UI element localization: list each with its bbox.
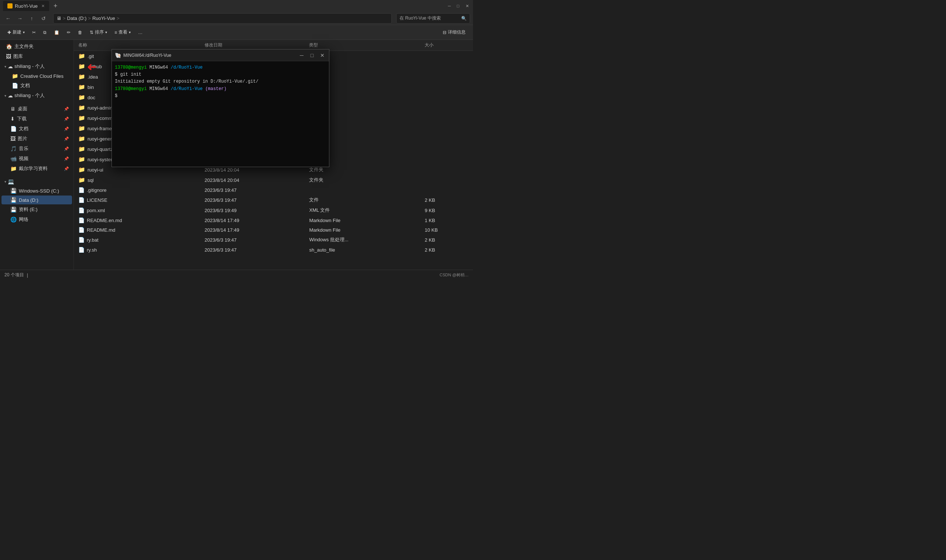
- sidebar-cloud-group2[interactable]: ▾ ☁ shiliang - 个人: [2, 91, 72, 100]
- search-bar[interactable]: 在 RuoYi-Vue 中搜索 🔍: [396, 13, 470, 24]
- sort-label: 排序: [95, 29, 104, 35]
- chevron-down-icon: ▾: [5, 65, 6, 69]
- file-size: [420, 103, 473, 113]
- file-size: 9 KB: [420, 205, 473, 215]
- table-row[interactable]: 📄 README.en.md 2023/8/14 17:49 Markdown …: [74, 215, 473, 225]
- term-user-4: 13780@mengyi: [115, 86, 147, 91]
- sidebar-item-pictures[interactable]: 🖼 图片 📌: [2, 134, 72, 143]
- close-window-button[interactable]: ✕: [466, 4, 470, 8]
- file-modified: 2023/8/14 17:49: [200, 215, 305, 225]
- terminal-line-1: 13780@mengyi MINGw64 /d/RuoYi-Vue: [115, 64, 326, 71]
- terminal-line-5: $: [115, 92, 326, 100]
- sidebar-item-creative-cloud[interactable]: 📁 Creative Cloud Files: [2, 72, 72, 80]
- new-button[interactable]: ✚ 新建 ▾: [5, 28, 28, 37]
- sidebar-item-network[interactable]: 🌐 网络: [2, 215, 72, 224]
- view-button[interactable]: ≡ 查看 ▾: [111, 28, 134, 37]
- rename-icon: ✏: [67, 30, 71, 35]
- terminal-title-text: MINGW64:/d/RuoYi-Vue: [123, 53, 171, 58]
- tab-ruoyi-vue[interactable]: RuoYi-Vue ✕: [3, 1, 49, 11]
- file-name-cell: 📄 LICENSE: [74, 195, 200, 205]
- terminal-line-3: Initialized empty Git repository in D:/R…: [115, 78, 326, 85]
- delete-icon: 🗑: [78, 30, 82, 35]
- sidebar-item-docs[interactable]: 📄 文档: [2, 81, 72, 91]
- videos-icon: 📹: [10, 156, 17, 162]
- file-icon: 📁: [78, 166, 85, 173]
- file-icon: 📁: [78, 146, 85, 152]
- minimize-button[interactable]: ─: [448, 4, 452, 8]
- cloud-group-label: shiliang - 个人: [14, 63, 45, 70]
- file-size: [420, 51, 473, 62]
- sidebar-item-videos[interactable]: 📹 视频 📌: [2, 154, 72, 163]
- sidebar-item-music[interactable]: 🎵 音乐 📌: [2, 144, 72, 154]
- file-icon: 📁: [78, 94, 85, 101]
- title-bar: RuoYi-Vue ✕ + ─ □ ✕: [0, 0, 473, 12]
- tab-label: RuoYi-Vue: [15, 3, 38, 9]
- more-button[interactable]: …: [135, 28, 145, 37]
- sidebar-item-e-drive[interactable]: 💾 资料 (E:): [2, 205, 72, 214]
- terminal-line-4: 13780@mengyi MINGw64 /d/RuoYi-Vue (maste…: [115, 86, 326, 92]
- paste-button[interactable]: 📋: [51, 28, 62, 37]
- back-button[interactable]: ←: [3, 13, 13, 24]
- file-name-cell: 📄 README.md: [74, 225, 200, 235]
- new-tab-button[interactable]: +: [54, 2, 58, 10]
- file-name: .gitignore: [87, 188, 106, 193]
- terminal-close-button[interactable]: ✕: [319, 52, 326, 59]
- sidebar-item-dell[interactable]: 📁 戴尔学习资料 📌: [2, 164, 72, 173]
- file-size: 2 KB: [420, 245, 473, 255]
- table-row[interactable]: 📄 .gitignore 2023/6/3 19:47: [74, 185, 473, 195]
- file-modified: 2023/8/14 17:49: [200, 225, 305, 235]
- sidebar-item-desktop[interactable]: 🖥 桌面 📌: [2, 104, 72, 114]
- file-type: XML 文件: [305, 205, 420, 215]
- sidebar-this-pc[interactable]: ▾ 💻: [2, 177, 72, 186]
- table-row[interactable]: 📄 README.md 2023/8/14 17:49 Markdown Fil…: [74, 225, 473, 235]
- file-icon: 📁: [78, 135, 85, 142]
- new-chevron: ▾: [23, 30, 25, 34]
- file-name: bin: [88, 85, 94, 90]
- sidebar-item-d-drive[interactable]: 💾 Data (D:): [2, 195, 72, 205]
- status-sep: |: [27, 272, 28, 278]
- sidebar-item-documents[interactable]: 📄 文档 📌: [2, 124, 72, 134]
- file-name: README.md: [87, 227, 115, 233]
- status-bar: 20 个项目 | CSDN @树梢…: [0, 270, 473, 280]
- table-row[interactable]: 📄 ry.sh 2023/6/3 19:47 sh_auto_file 2 KB: [74, 245, 473, 255]
- address-bar[interactable]: 🖥 > Data (D:) > RuoYi-Vue >: [53, 13, 392, 24]
- pin-icon-dell: 📌: [64, 166, 69, 171]
- file-size: [420, 165, 473, 175]
- table-row[interactable]: 📄 ry.bat 2023/6/3 19:47 Windows 批处理... 2…: [74, 235, 473, 245]
- terminal-window[interactable]: 🐚 MINGW64:/d/RuoYi-Vue ─ □ ✕ 13780@mengy…: [111, 49, 329, 167]
- sidebar-item-gallery[interactable]: 🖼 图库: [2, 52, 72, 61]
- sidebar-cloud-group[interactable]: ▾ ☁ shiliang - 个人: [2, 62, 72, 71]
- delete-button[interactable]: 🗑: [75, 28, 85, 37]
- table-row[interactable]: 📁 sql 2023/8/14 20:04 文件夹: [74, 175, 473, 185]
- file-icon: 📁: [78, 125, 85, 132]
- term-path-1: /d/RuoYi-Vue: [171, 65, 202, 70]
- up-button[interactable]: ↑: [26, 13, 37, 24]
- sidebar-item-c-drive[interactable]: 💾 Windows-SSD (C:): [2, 186, 72, 195]
- cut-button[interactable]: ✂: [29, 28, 39, 37]
- terminal-minimize-button[interactable]: ─: [298, 52, 306, 59]
- table-row[interactable]: 📄 pom.xml 2023/6/3 19:49 XML 文件 9 KB: [74, 205, 473, 215]
- sidebar-item-downloads[interactable]: ⬇ 下载 📌: [2, 114, 72, 123]
- pin-icon-music: 📌: [64, 146, 69, 151]
- rename-button[interactable]: ✏: [64, 28, 74, 37]
- sidebar-item-home[interactable]: 🏠 主文件夹: [2, 42, 72, 51]
- file-name: sql: [88, 177, 94, 183]
- forward-button[interactable]: →: [15, 13, 25, 24]
- terminal-maximize-button[interactable]: □: [308, 52, 316, 59]
- copy-button[interactable]: ⧉: [40, 28, 49, 37]
- col-size[interactable]: 大小: [420, 40, 473, 51]
- refresh-button[interactable]: ↺: [39, 13, 49, 24]
- table-row[interactable]: 📄 LICENSE 2023/6/3 19:47 文件 2 KB: [74, 195, 473, 205]
- new-icon: ✚: [8, 30, 11, 35]
- file-icon: 📁: [78, 177, 85, 183]
- action-bar-right: ⊟ 详细信息: [440, 28, 469, 37]
- file-icon: 📁: [78, 63, 85, 70]
- maximize-button[interactable]: □: [457, 4, 461, 8]
- file-name: ruoyi-quartz: [88, 146, 113, 152]
- tab-close-button[interactable]: ✕: [42, 4, 45, 8]
- file-icon: 📄: [78, 237, 85, 243]
- sort-button[interactable]: ⇅ 排序 ▾: [87, 28, 110, 37]
- details-button[interactable]: ⊟ 详细信息: [440, 28, 469, 37]
- file-type: 文件: [305, 195, 420, 205]
- address-computer-icon: 🖥: [57, 15, 61, 21]
